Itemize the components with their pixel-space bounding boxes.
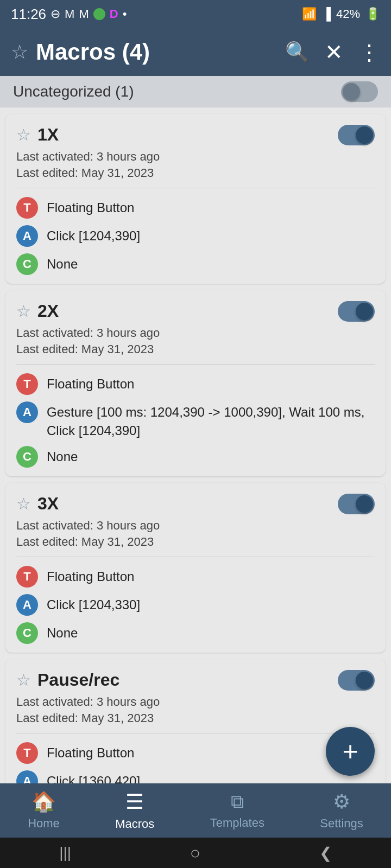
macro-card-2x[interactable]: ☆ 2X Last activated: 3 hours ago Last ed… (5, 290, 386, 476)
trigger-badge-pause-rec: T (16, 742, 38, 764)
macro-1x-trigger-row: T Floating Button (16, 196, 375, 219)
macro-2x-last-edited: Last edited: May 31, 2023 (16, 342, 375, 356)
macro-pause-rec-last-activated: Last activated: 3 hours ago (16, 695, 375, 709)
macro-2x-toggle[interactable] (338, 301, 375, 322)
macro-3x-star-icon[interactable]: ☆ (16, 494, 31, 513)
macros-nav-icon: ☰ (125, 790, 144, 814)
status-bar: 11:26 ⊖ M M D • 📶 ▐ 42% 🔋 (0, 0, 391, 28)
macro-3x-trigger-text: Floating Button (47, 565, 134, 586)
macro-1x-action-text: Click [1204,390] (47, 224, 140, 245)
header-star-icon[interactable]: ☆ (11, 41, 28, 63)
macro-1x-divider (16, 188, 375, 188)
condition-badge-2x: C (16, 446, 38, 468)
macro-3x-action-text: Click [1204,330] (47, 593, 140, 614)
macro-pause-rec-last-edited: Last edited: May 31, 2023 (16, 711, 375, 725)
macro-1x-condition-row: C None (16, 252, 375, 275)
uncategorized-toggle[interactable] (341, 81, 378, 102)
macro-3x-condition-text: None (47, 621, 78, 642)
macro-3x-divider (16, 557, 375, 557)
macro-2x-action-row: A Gesture [100 ms: 1204,390 -> 1000,390]… (16, 400, 375, 439)
macro-2x-action-text: Gesture [100 ms: 1204,390 -> 1000,390], … (47, 400, 375, 439)
add-macro-fab[interactable]: + (326, 727, 375, 776)
signal-icon: ▐ (322, 7, 331, 21)
status-bar-left: 11:26 ⊖ M M D • (11, 6, 127, 23)
macro-2x-divider (16, 364, 375, 365)
macro-1x-condition-text: None (47, 252, 78, 273)
status-dot-icon: • (123, 7, 127, 21)
home-nav-label: Home (28, 816, 60, 831)
macro-2x-star-icon[interactable]: ☆ (16, 302, 31, 321)
nav-item-settings[interactable]: ⚙ Settings (307, 786, 376, 835)
trigger-badge-2x: T (16, 373, 38, 395)
status-dnd-icon: ⊖ (51, 7, 60, 21)
home-button[interactable]: ○ (190, 843, 200, 863)
macro-1x-trigger-text: Floating Button (47, 196, 134, 217)
condition-badge-3x: C (16, 622, 38, 644)
status-bar-right: 📶 ▐ 42% 🔋 (302, 7, 380, 21)
macros-nav-label: Macros (115, 817, 154, 831)
card-header-1x: ☆ 1X (16, 125, 375, 145)
macro-3x-last-activated: Last activated: 3 hours ago (16, 519, 375, 533)
uncategorized-bar[interactable]: Uncategorized (1) (0, 76, 391, 107)
macro-3x-trigger-row: T Floating Button (16, 565, 375, 588)
home-nav-icon: 🏠 (31, 790, 56, 813)
card-header-pause-rec: ☆ Pause/rec (16, 670, 375, 691)
macro-1x-toggle[interactable] (338, 125, 375, 145)
macro-1x-last-edited: Last edited: May 31, 2023 (16, 166, 375, 180)
macro-3x-action-row: A Click [1204,330] (16, 593, 375, 616)
status-moto-icon: M (79, 7, 89, 21)
macro-2x-condition-row: C None (16, 445, 375, 468)
trigger-badge-3x: T (16, 566, 38, 588)
macro-pause-rec-star-icon[interactable]: ☆ (16, 671, 31, 690)
status-gmail-icon: M (65, 7, 74, 21)
macro-1x-last-activated: Last activated: 3 hours ago (16, 150, 375, 164)
card-header-2x: ☆ 2X (16, 301, 375, 322)
battery-icon: 🔋 (365, 7, 380, 21)
macro-2x-trigger-text: Floating Button (47, 372, 134, 393)
nav-item-macros[interactable]: ☰ Macros (102, 786, 167, 835)
macro-2x-title: 2X (37, 301, 59, 321)
macro-2x-trigger-row: T Floating Button (16, 372, 375, 395)
templates-nav-icon: ⧉ (231, 791, 244, 813)
more-options-icon[interactable]: ⋮ (358, 40, 380, 65)
macro-1x-action-row: A Click [1204,390] (16, 224, 375, 247)
condition-badge-1x: C (16, 253, 38, 275)
bottom-navigation: 🏠 Home ☰ Macros ⧉ Templates ⚙ Settings (0, 783, 391, 838)
settings-nav-label: Settings (320, 816, 363, 831)
action-badge-2x: A (16, 401, 38, 423)
action-badge-1x: A (16, 225, 38, 247)
trigger-badge-1x: T (16, 197, 38, 219)
macro-pause-rec-divider (16, 733, 375, 733)
macro-3x-toggle[interactable] (338, 494, 375, 514)
macro-pause-rec-trigger-text: Floating Button (47, 741, 134, 762)
macro-card-3x[interactable]: ☆ 3X Last activated: 3 hours ago Last ed… (5, 483, 386, 653)
close-icon[interactable]: ✕ (325, 40, 343, 65)
settings-nav-icon: ⚙ (333, 790, 350, 813)
back-button[interactable]: ❮ (319, 844, 332, 862)
search-icon[interactable]: 🔍 (285, 41, 310, 63)
status-time: 11:26 (11, 6, 46, 23)
macro-pause-rec-trigger-row: T Floating Button (16, 741, 375, 764)
system-nav-bar: ||| ○ ❮ (0, 838, 391, 868)
nav-item-templates[interactable]: ⧉ Templates (197, 787, 278, 834)
battery-percent: 42% (336, 7, 360, 21)
macro-1x-title: 1X (37, 125, 59, 145)
nav-item-home[interactable]: 🏠 Home (15, 786, 73, 835)
macro-pause-rec-toggle[interactable] (338, 670, 375, 691)
macro-1x-actions: T Floating Button A Click [1204,390] C N… (16, 196, 375, 275)
macro-2x-last-activated: Last activated: 3 hours ago (16, 326, 375, 340)
macro-card-1x[interactable]: ☆ 1X Last activated: 3 hours ago Last ed… (5, 114, 386, 284)
macro-2x-condition-text: None (47, 445, 78, 466)
status-circle-icon (93, 8, 105, 20)
macro-3x-condition-row: C None (16, 621, 375, 644)
app-header: ☆ Macros (4) 🔍 ✕ ⋮ (0, 28, 391, 76)
wifi-icon: 📶 (302, 7, 317, 21)
status-purple-icon: D (110, 7, 118, 21)
recent-apps-button[interactable]: ||| (59, 844, 71, 861)
macro-2x-actions: T Floating Button A Gesture [100 ms: 120… (16, 372, 375, 468)
macro-3x-title: 3X (37, 494, 59, 514)
add-icon: + (342, 738, 358, 765)
templates-nav-label: Templates (210, 816, 264, 830)
header-actions: 🔍 ✕ ⋮ (285, 40, 380, 65)
macro-1x-star-icon[interactable]: ☆ (16, 125, 31, 144)
